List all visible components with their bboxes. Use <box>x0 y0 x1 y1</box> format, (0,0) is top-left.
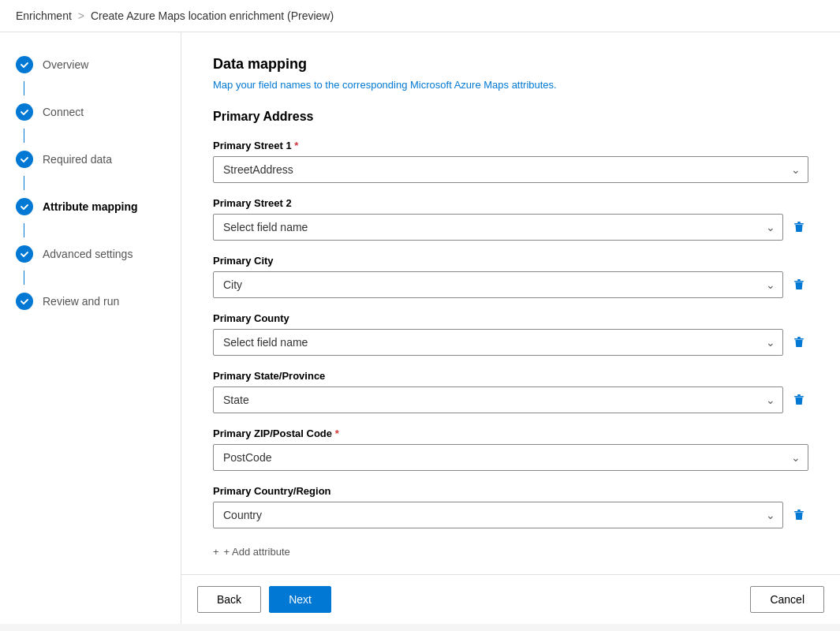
svg-rect-7 <box>794 396 804 398</box>
add-attribute-label: + Add attribute <box>224 546 290 558</box>
field-row-primary-country: Country Select field name StreetAddress … <box>213 502 808 528</box>
sidebar-item-required-data[interactable]: Required data <box>0 143 181 176</box>
sidebar-item-label-review-and-run: Review and run <box>43 295 119 308</box>
sidebar-connector-1 <box>24 81 24 95</box>
field-group-primary-city: Primary City City Select field name Stre… <box>213 255 808 298</box>
check-icon-attribute-mapping <box>16 198 33 215</box>
select-wrapper-primary-street-1: StreetAddress Select field name City Sta… <box>213 156 808 183</box>
check-icon-review-and-run <box>16 293 33 310</box>
select-wrapper-primary-country: Country Select field name StreetAddress … <box>213 502 783 528</box>
select-primary-zip[interactable]: PostCode Select field name StreetAddress… <box>213 444 808 471</box>
sidebar-item-advanced-settings[interactable]: Advanced settings <box>0 237 181 271</box>
select-primary-county[interactable]: Select field name StreetAddress City Sta… <box>213 329 783 356</box>
section-subtitle: Map your field names to the correspondin… <box>213 79 808 91</box>
back-button[interactable]: Back <box>197 586 261 613</box>
plus-icon: + <box>213 546 219 558</box>
sidebar-connector-5 <box>24 271 24 285</box>
footer-left: Back Next <box>197 586 331 613</box>
select-primary-street-1[interactable]: StreetAddress Select field name City Sta… <box>213 156 808 183</box>
field-group-primary-zip: Primary ZIP/Postal Code * PostCode Selec… <box>213 428 808 471</box>
field-row-primary-city: City Select field name StreetAddress Sta… <box>213 271 808 298</box>
select-wrapper-primary-state: State Select field name StreetAddress Ci… <box>213 386 783 413</box>
add-attribute-button[interactable]: + + Add attribute <box>213 543 808 561</box>
delete-button-primary-county[interactable] <box>790 333 808 352</box>
breadcrumb-current: Create Azure Maps location enrichment (P… <box>91 9 334 22</box>
subsection-title: Primary Address <box>213 110 808 124</box>
field-label-primary-country: Primary Country/Region <box>213 485 808 497</box>
content-area: Data mapping Map your field names to the… <box>181 32 840 624</box>
sidebar-item-connect[interactable]: Connect <box>0 95 181 129</box>
next-button[interactable]: Next <box>269 586 331 613</box>
field-group-primary-country: Primary Country/Region Country Select fi… <box>213 485 808 528</box>
field-label-primary-street-2: Primary Street 2 <box>213 197 808 209</box>
field-row-primary-street-2: Select field name StreetAddress City Sta… <box>213 214 808 241</box>
field-row-primary-county: Select field name StreetAddress City Sta… <box>213 329 808 356</box>
svg-rect-2 <box>797 279 801 281</box>
sidebar-item-label-connect: Connect <box>43 106 84 118</box>
select-wrapper-primary-county: Select field name StreetAddress City Sta… <box>213 329 783 356</box>
select-wrapper-primary-zip: PostCode Select field name StreetAddress… <box>213 444 808 471</box>
select-wrapper-primary-city: City Select field name StreetAddress Sta… <box>213 271 783 298</box>
breadcrumb-separator: > <box>78 9 84 22</box>
sidebar-connector-4 <box>24 223 24 237</box>
field-row-primary-street-1: StreetAddress Select field name City Sta… <box>213 156 808 183</box>
sidebar-item-overview[interactable]: Overview <box>0 48 181 81</box>
cancel-button[interactable]: Cancel <box>750 586 824 613</box>
content-scroll: Data mapping Map your field names to the… <box>181 32 840 574</box>
field-label-primary-street-1: Primary Street 1 * <box>213 140 808 151</box>
select-primary-state[interactable]: State Select field name StreetAddress Ci… <box>213 386 783 413</box>
section-title: Data mapping <box>213 56 808 73</box>
check-icon-advanced-settings <box>16 245 33 263</box>
breadcrumb-parent[interactable]: Enrichment <box>16 9 72 22</box>
check-icon-connect <box>16 103 33 121</box>
select-wrapper-primary-street-2: Select field name StreetAddress City Sta… <box>213 214 783 241</box>
sidebar-item-attribute-mapping[interactable]: Attribute mapping <box>0 190 181 223</box>
field-group-primary-street-2: Primary Street 2 Select field name Stree… <box>213 197 808 241</box>
select-primary-country[interactable]: Country Select field name StreetAddress … <box>213 502 783 528</box>
svg-rect-0 <box>797 222 801 223</box>
field-group-primary-state: Primary State/Province State Select fiel… <box>213 370 808 413</box>
sidebar-item-label-advanced-settings: Advanced settings <box>43 248 133 260</box>
field-group-primary-county: Primary County Select field name StreetA… <box>213 312 808 356</box>
field-row-primary-state: State Select field name StreetAddress Ci… <box>213 386 808 413</box>
field-group-primary-street-1: Primary Street 1 * StreetAddress Select … <box>213 140 808 183</box>
footer-bar: Back Next Cancel <box>181 574 840 624</box>
svg-rect-1 <box>794 223 804 225</box>
field-label-primary-state: Primary State/Province <box>213 370 808 382</box>
select-primary-city[interactable]: City Select field name StreetAddress Sta… <box>213 271 783 298</box>
sidebar-item-label-required-data: Required data <box>43 153 112 166</box>
svg-rect-9 <box>794 511 804 513</box>
sidebar-connector-3 <box>24 176 24 190</box>
delete-button-primary-state[interactable] <box>790 390 808 409</box>
field-label-primary-city: Primary City <box>213 255 808 267</box>
svg-rect-6 <box>797 394 801 396</box>
sidebar: Overview Connect Required data <box>0 32 181 624</box>
svg-rect-5 <box>794 338 804 340</box>
check-icon-required-data <box>16 151 33 168</box>
svg-rect-8 <box>797 510 801 511</box>
field-row-primary-zip: PostCode Select field name StreetAddress… <box>213 444 808 471</box>
sidebar-item-label-overview: Overview <box>43 58 88 71</box>
sidebar-connector-2 <box>24 129 24 143</box>
svg-rect-3 <box>794 281 804 282</box>
svg-rect-4 <box>797 337 801 338</box>
field-label-primary-county: Primary County <box>213 312 808 324</box>
breadcrumb: Enrichment > Create Azure Maps location … <box>0 0 840 32</box>
delete-button-primary-country[interactable] <box>790 506 808 525</box>
sidebar-item-review-and-run[interactable]: Review and run <box>0 285 181 318</box>
select-primary-street-2[interactable]: Select field name StreetAddress City Sta… <box>213 214 783 241</box>
delete-button-primary-city[interactable] <box>790 275 808 294</box>
field-label-primary-zip: Primary ZIP/Postal Code * <box>213 428 808 439</box>
delete-button-primary-street-2[interactable] <box>790 218 808 237</box>
check-icon-overview <box>16 56 33 73</box>
sidebar-item-label-attribute-mapping: Attribute mapping <box>43 200 138 213</box>
